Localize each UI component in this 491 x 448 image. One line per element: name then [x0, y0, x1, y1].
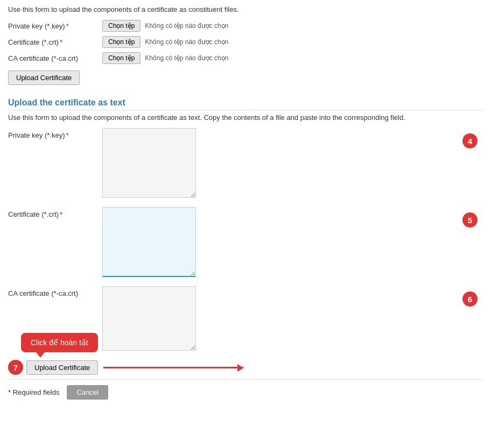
textarea-wrapper-certificate: 5 [102, 207, 483, 279]
choose-file-btn-private-key[interactable]: Chọn tệp [102, 20, 141, 32]
label-ca-certificate: CA certificate (*-ca.crt) [8, 54, 102, 62]
text-row-certificate: Certificate (*.crt)* 5 [8, 207, 483, 279]
arrow-container [103, 367, 243, 368]
tooltip-bubble: Click để hoàn tất [21, 333, 98, 352]
no-file-label-private-key: Không có tệp nào được chọn [145, 22, 228, 30]
required-star-private-key: * [66, 22, 68, 30]
textarea-wrapper-private-key: 4 [102, 128, 483, 200]
badge-5: 5 [462, 212, 478, 227]
file-row-ca-certificate: CA certificate (*-ca.crt) Chọn tệp Không… [8, 52, 483, 64]
upload-certificate-btn-1[interactable]: Upload Certificate [8, 70, 80, 85]
tooltip-wrapper: Click để hoàn tất Upload Certificate [26, 360, 98, 375]
file-row-certificate: Certificate (*.crt)* Chọn tệp Không có t… [8, 36, 483, 48]
no-file-label-certificate: Không có tệp nào được chọn [145, 38, 228, 46]
upload-section-2: 7 Click để hoàn tất Upload Certificate [8, 360, 483, 375]
badge-7: 7 [8, 360, 23, 375]
file-upload-section: Private key (*.key)* Chọn tệp Không có t… [8, 20, 483, 93]
bottom-section: * Required fields Cancel [8, 379, 483, 400]
ca-certificate-textarea[interactable] [102, 286, 196, 351]
intro-files-text: Use this form to upload the components o… [8, 5, 483, 13]
arrow-line [103, 367, 243, 368]
text-intro: Use this form to upload the components o… [8, 113, 483, 122]
text-label-private-key: Private key (*.key)* [8, 128, 102, 139]
label-certificate: Certificate (*.crt)* [8, 38, 102, 46]
no-file-label-ca-certificate: Không có tệp nào được chọn [145, 54, 228, 62]
upload-certificate-btn-2[interactable]: Upload Certificate [26, 360, 98, 375]
choose-file-btn-ca-certificate[interactable]: Chọn tệp [102, 52, 141, 64]
required-star-text-certificate: * [60, 210, 62, 218]
badge-4: 4 [462, 133, 478, 148]
badge-6: 6 [462, 291, 478, 307]
label-private-key: Private key (*.key)* [8, 22, 102, 30]
choose-file-btn-certificate[interactable]: Chọn tệp [102, 36, 141, 48]
file-row-private-key: Private key (*.key)* Chọn tệp Không có t… [8, 20, 483, 32]
text-label-certificate-text: Certificate (*.crt)* [8, 207, 102, 218]
required-star-text-private-key: * [66, 131, 68, 139]
private-key-textarea[interactable] [102, 128, 196, 198]
text-row-private-key: Private key (*.key)* 4 [8, 128, 483, 200]
textarea-wrapper-ca-certificate: 6 [102, 286, 483, 352]
required-star-certificate: * [60, 38, 62, 46]
section-title: Upload the certificate as text [8, 98, 483, 110]
certificate-textarea[interactable] [102, 207, 196, 277]
text-label-ca-certificate-text: CA certificate (*-ca.crt) [8, 286, 102, 297]
upload-btn-row: 7 Click để hoàn tất Upload Certificate [8, 360, 483, 375]
required-fields-note: * Required fields [8, 388, 59, 396]
cancel-button[interactable]: Cancel [67, 385, 108, 400]
